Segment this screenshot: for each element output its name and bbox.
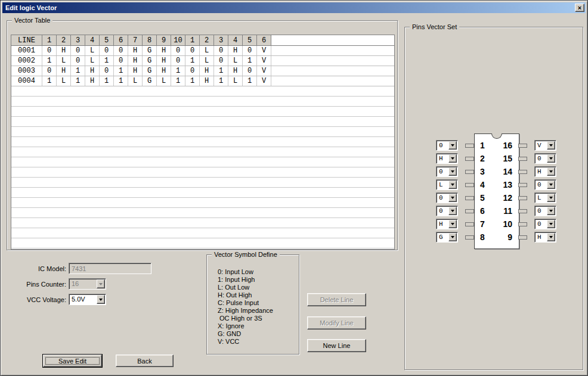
pin-12-combo[interactable]: L bbox=[534, 192, 556, 203]
pin-8-value: G bbox=[437, 233, 448, 241]
pins-counter-combo[interactable]: 16 bbox=[69, 278, 106, 290]
pin-8-combo[interactable]: G bbox=[436, 232, 458, 243]
dropdown-arrow-icon[interactable] bbox=[448, 194, 457, 202]
dropdown-arrow-icon[interactable] bbox=[448, 220, 457, 228]
ic-model-field[interactable]: 7431 bbox=[69, 263, 151, 274]
cell-pin-value: L bbox=[228, 76, 243, 86]
vector-table-row[interactable]: 00041L1H11LGL11H1L1V bbox=[11, 76, 394, 86]
vector-table-empty-row bbox=[11, 86, 394, 97]
pin-7-value: H bbox=[437, 220, 448, 228]
pin-15-combo[interactable]: 0 bbox=[534, 153, 556, 164]
chevron-down-icon bbox=[99, 299, 103, 301]
cell-pin-value: H bbox=[128, 66, 143, 76]
modify-line-button[interactable]: Modify Line bbox=[307, 316, 366, 330]
dropdown-arrow-icon[interactable] bbox=[448, 233, 457, 241]
cell-pin-value: H bbox=[157, 56, 171, 66]
pin-9-combo[interactable]: H bbox=[534, 232, 556, 243]
dropdown-arrow-icon[interactable] bbox=[97, 295, 105, 304]
cell-pin-value: L bbox=[228, 56, 243, 66]
pin-1-combo[interactable]: 0 bbox=[436, 140, 458, 151]
dropdown-arrow-icon[interactable] bbox=[547, 154, 555, 163]
cell-pin-value: L bbox=[200, 56, 214, 66]
cell-pin-value: H bbox=[57, 66, 71, 76]
cell-pin-value: 1 bbox=[185, 76, 200, 86]
dropdown-arrow-icon[interactable] bbox=[547, 207, 555, 215]
pin-7-combo[interactable]: H bbox=[436, 219, 458, 229]
pin-3-combo[interactable]: 0 bbox=[436, 166, 458, 177]
column-header-pin: 1 bbox=[42, 35, 57, 45]
column-header-pin: 4 bbox=[85, 35, 100, 45]
cell-pin-value: 1 bbox=[214, 76, 228, 86]
vcc-voltage-combo[interactable]: 5.0V bbox=[69, 294, 106, 305]
chevron-down-icon bbox=[451, 170, 454, 173]
pin-4-combo[interactable]: L bbox=[436, 179, 458, 190]
chip-pin-numbers: 413 bbox=[474, 178, 518, 191]
vector-table-empty-row bbox=[11, 147, 394, 157]
title-bar[interactable]: Edit logic Vector × bbox=[2, 2, 586, 13]
save-edit-button[interactable]: Save Edit bbox=[43, 355, 102, 367]
close-button[interactable]: × bbox=[575, 4, 584, 12]
column-header-pin: 5 bbox=[243, 35, 257, 45]
vector-table-empty-row bbox=[11, 218, 394, 228]
column-header-pin: 7 bbox=[128, 35, 143, 45]
dropdown-arrow-icon[interactable] bbox=[448, 181, 457, 189]
dropdown-arrow-icon[interactable] bbox=[448, 154, 457, 163]
symbol-define-line: H: Out High bbox=[218, 291, 273, 299]
dropdown-arrow-icon[interactable] bbox=[547, 181, 555, 189]
dropdown-arrow-icon[interactable] bbox=[547, 233, 555, 241]
cell-pin-value: 0 bbox=[114, 56, 128, 66]
vector-table-empty-row bbox=[11, 208, 394, 218]
pin-2-combo[interactable]: H bbox=[436, 153, 458, 164]
dropdown-arrow-icon[interactable] bbox=[448, 167, 457, 176]
symbol-define-line: V: VCC bbox=[218, 338, 273, 346]
column-header-pin: 8 bbox=[143, 35, 157, 45]
pin-6-value: 0 bbox=[437, 207, 448, 215]
chevron-down-icon bbox=[451, 236, 454, 238]
dropdown-arrow-icon[interactable] bbox=[547, 194, 555, 202]
vector-table-row[interactable]: 00021L0L10HGH01L0L1V bbox=[11, 56, 394, 66]
delete-line-button[interactable]: Delete Line bbox=[307, 293, 366, 306]
cell-pin-value: 1 bbox=[100, 56, 114, 66]
dropdown-arrow-icon[interactable] bbox=[547, 141, 555, 150]
column-header-line: LINE bbox=[11, 35, 42, 45]
dropdown-arrow-icon[interactable] bbox=[547, 167, 555, 176]
pins-vector-set-group: Pins Vector Set 0116VH21500314HL41300512… bbox=[404, 27, 583, 370]
cell-pin-value: 0 bbox=[114, 46, 128, 55]
vector-table-row[interactable]: 00010H0L00HGH00L0H0V bbox=[11, 46, 394, 56]
pin-stub bbox=[465, 157, 474, 161]
pin-number-left: 4 bbox=[480, 180, 485, 189]
pin-5-combo[interactable]: 0 bbox=[436, 192, 458, 203]
cell-pin-value: H bbox=[200, 76, 214, 86]
cell-pin-value: V bbox=[257, 66, 271, 76]
chip-pin-numbers: 215 bbox=[474, 152, 518, 165]
pin-number-left: 1 bbox=[480, 141, 485, 150]
pin-16-value: V bbox=[536, 141, 547, 150]
cell-pin-value: 0 bbox=[243, 46, 257, 55]
pin-number-left: 5 bbox=[480, 193, 485, 203]
pin-6-combo[interactable]: 0 bbox=[436, 206, 458, 216]
dropdown-arrow-icon[interactable] bbox=[448, 141, 457, 150]
new-line-button[interactable]: New Line bbox=[307, 339, 366, 352]
pin-stub bbox=[518, 170, 527, 174]
back-button[interactable]: Back bbox=[116, 355, 174, 367]
pins-counter-label: Pins Counter: bbox=[13, 281, 66, 288]
dropdown-arrow-icon[interactable] bbox=[97, 279, 105, 288]
pin-14-combo[interactable]: H bbox=[534, 166, 556, 177]
cell-pin-value: L bbox=[128, 76, 143, 86]
pin-16-combo[interactable]: V bbox=[534, 140, 556, 151]
vector-table-group: Vector Table LINE12345678910123456 00010… bbox=[7, 20, 398, 250]
dropdown-arrow-icon[interactable] bbox=[547, 220, 555, 228]
cell-pin-value: 1 bbox=[42, 76, 57, 86]
pin-row: H2150 bbox=[436, 152, 556, 165]
pin-10-combo[interactable]: 0 bbox=[534, 219, 556, 229]
pin-number-right: 13 bbox=[503, 180, 512, 189]
pin-row: 06110 bbox=[436, 204, 556, 217]
pin-13-combo[interactable]: 0 bbox=[534, 179, 556, 190]
pin-11-combo[interactable]: 0 bbox=[534, 206, 556, 216]
cell-pin-value: 0 bbox=[171, 46, 185, 55]
vector-table-row[interactable]: 00030H1H01HGH10H1H0V bbox=[11, 66, 394, 76]
column-header-pin: 3 bbox=[214, 35, 228, 45]
dropdown-arrow-icon[interactable] bbox=[448, 207, 457, 215]
symbol-define-line: OC High or 3S bbox=[218, 315, 273, 322]
column-header-pin: 9 bbox=[157, 35, 171, 45]
